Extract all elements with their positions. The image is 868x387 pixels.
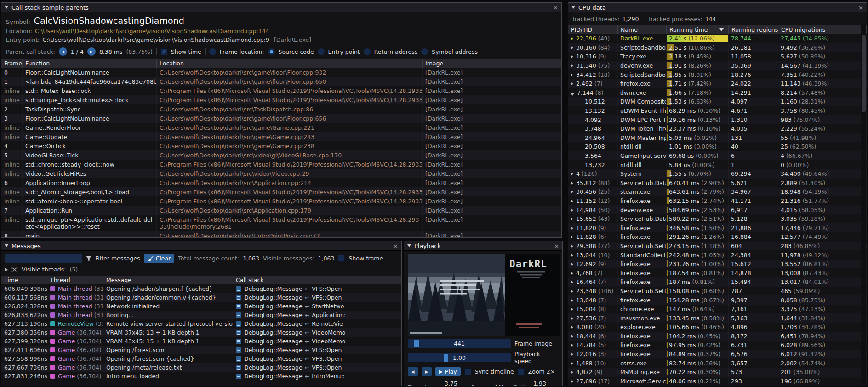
expand-arrow-icon[interactable] xyxy=(571,280,573,284)
callstack-cell[interactable]: DebugLog::Message←RemoteVie xyxy=(233,320,401,327)
filter-input[interactable] xyxy=(5,254,82,263)
cpu-row[interactable]: 22,396(49)DarkRL.exe2.41 s(12.06%)78,744… xyxy=(568,34,867,43)
cpu-row[interactable]: 14,984(50)devenv.exe584.69 ms(2.53%)6,91… xyxy=(568,205,867,214)
callstack-cell[interactable]: DebugLog::Message←VideoMemo xyxy=(233,329,401,336)
cpu-row[interactable]: 10,512DWM Compositor Thread1.53 s(6.63%)… xyxy=(568,97,867,106)
close-icon[interactable]: × xyxy=(393,243,398,249)
cpu-row[interactable]: 24,964DWM Master Input Thread5.03 ms(0.0… xyxy=(568,133,867,143)
col-thread[interactable]: Thread xyxy=(47,276,103,284)
expand-arrow-icon[interactable] xyxy=(571,289,573,293)
expand-arrow-icon[interactable] xyxy=(571,343,573,347)
cpu-row[interactable]: 1,488(10)csrss.exe83.74 ms(0.36%)3,6572,… xyxy=(568,358,867,368)
expand-arrow-icon[interactable] xyxy=(571,335,573,338)
scrollbar-handle[interactable] xyxy=(862,35,866,112)
callstack-row[interactable]: inlinestd::unique_ptr<Application,std::d… xyxy=(1,215,561,231)
col-cpu-migrations[interactable]: CPU migrations xyxy=(778,25,867,34)
cpu-row[interactable]: 20,508ntdll.dll1.01 ms(0.00%)4025(62.50%… xyxy=(568,142,867,151)
col-name[interactable]: Name xyxy=(618,25,667,34)
expand-arrow-icon[interactable] xyxy=(571,271,573,275)
cpu-row[interactable]: 18,444(6)firefox.exe104.2 ms(0.45%)8,172… xyxy=(568,332,867,341)
cpu-row[interactable]: 35,812(88)ServiceHub.DataWarehou670.41 m… xyxy=(568,179,867,188)
callstack-row[interactable]: 7Application::RunC:\Users\wolf\Desktop\d… xyxy=(1,206,561,215)
expand-arrow-icon[interactable] xyxy=(571,317,573,320)
callstack-row[interactable]: 0Floor::CalcLightNoLuminanceC:\Users\wol… xyxy=(1,68,561,77)
prev-callstack-button[interactable]: ◀ xyxy=(59,47,67,56)
cpu-row[interactable]: 34,412(18)ScriptedSandbox64.exe1.85 s(8.… xyxy=(568,70,867,79)
next-callstack-button[interactable]: ▶ xyxy=(87,47,96,56)
expand-arrow-icon[interactable] xyxy=(571,190,573,194)
location-path[interactable]: C:\Users\wolf\Desktop\darkrl\src\game\vi… xyxy=(35,28,269,35)
expand-arrow-icon[interactable] xyxy=(571,37,573,40)
cpu-row[interactable]: 12,692(9)firefox.exe231.76 ms(1.00%)15,6… xyxy=(568,260,867,269)
col-running-regions[interactable]: Running regions xyxy=(729,25,778,34)
cpu-row[interactable]: 14,784(5)firefox.exe97.95 ms(0.42%)6,731… xyxy=(568,341,867,350)
expand-arrow-icon[interactable] xyxy=(571,352,573,356)
expand-arrow-icon[interactable] xyxy=(571,362,573,365)
message-row[interactable]: 627,667,736nsGame(36,704)Opening /meta/r… xyxy=(1,363,401,372)
callstack-row[interactable]: 2TaskDispatch::SyncC:\Users\wolf\Desktop… xyxy=(1,104,561,114)
message-row[interactable]: 627,831,246nsGame(36,704)Intro menu load… xyxy=(1,372,401,381)
col-frame[interactable]: Frame xyxy=(1,59,23,68)
close-icon[interactable]: × xyxy=(858,5,863,11)
callstack-cell[interactable]: DebugLog::Message←VideoMemo xyxy=(233,338,401,345)
cpu-row[interactable]: 13,132uDWM Event Thread68.29 ms(0.30%)4,… xyxy=(568,106,867,116)
cpu-row[interactable]: 27,536(7)msvsmon.exe133.45 ms(0.58%)5,16… xyxy=(568,313,867,323)
callstack-cell[interactable]: DebugLog::Message←Application: xyxy=(233,312,401,318)
col-pid-tid[interactable]: PID/TID xyxy=(568,25,618,34)
expand-arrow-icon[interactable] xyxy=(571,73,573,77)
radio-symbol-address[interactable] xyxy=(421,48,428,55)
callstack-cell[interactable]: DebugLog::Message←StartNetwo xyxy=(233,303,401,310)
collapse-arrow-icon[interactable] xyxy=(571,93,574,96)
expand-arrow-icon[interactable] xyxy=(571,82,573,86)
message-row[interactable]: 626,833,622nsMain thread(31,596)Booting.… xyxy=(1,311,401,319)
cpu-row[interactable]: 16,464(7)firefox.exe187 ms(0.81%)15,4941… xyxy=(568,277,867,287)
cpu-row[interactable]: 4,092DWM LPC Port Thread29.16 ms(0.13%)1… xyxy=(568,115,867,124)
message-row[interactable]: 626,024,328nsMain thread(31,596)Network … xyxy=(1,302,401,311)
expand-arrow-icon[interactable] xyxy=(571,46,573,50)
message-row[interactable]: 627,313,190nsRemoteView(31,392)Remote vi… xyxy=(1,319,401,328)
show-time-checkbox[interactable]: ✓ xyxy=(160,48,167,55)
message-row[interactable]: 627,380,356nsGame(36,704)VRAM 37x45: 13 … xyxy=(1,328,401,337)
cpu-row[interactable]: 12,016(3)firefox.exe84.89 ms(0.37%)6,576… xyxy=(568,350,867,359)
cpu-row[interactable]: 3,564GameInput server69.68 us(0.00%)64(6… xyxy=(568,151,867,161)
expand-arrow-icon[interactable] xyxy=(571,199,573,203)
cpu-row[interactable]: 2,492(7)firefox.exe1.71 s(7.42%)24,02211… xyxy=(568,79,867,88)
cpu-row[interactable]: 4,872(9)MsMpEng.exe70.22 ms(0.30%)573201… xyxy=(568,368,867,377)
cpu-row[interactable]: 29,388(77)ServiceHub.SettingsHost273.15 … xyxy=(568,242,867,251)
expand-arrow-icon[interactable] xyxy=(571,262,573,266)
callstack-row[interactable]: 3Floor::CalcLightNoLuminanceC:\Users\wol… xyxy=(1,114,561,123)
cpu-row[interactable]: 13,732ntdll.dll5.84 us(0.00%)10(0.00%) xyxy=(568,160,867,169)
cpu-row[interactable]: 7,144(8)dwm.exe1.66 s(7.18%)14,2918,214(… xyxy=(568,88,867,98)
col-location[interactable]: Location xyxy=(157,59,423,68)
col-message[interactable]: Message xyxy=(103,276,233,284)
callstack-cell[interactable]: DebugLog::Message←VFS::Open xyxy=(233,364,401,371)
callstack-row[interactable]: inlinestd::unique_lock<std::mutex>::lock… xyxy=(1,95,561,104)
callstack-cell[interactable]: DebugLog::Message←VFS::Open xyxy=(233,294,401,301)
callstack-row[interactable]: 4Game::OnTickC:\Users\wolf\Desktop\darkr… xyxy=(1,141,561,150)
callstack-row[interactable]: inlinestd::_Mutex_base::lockC:\Program F… xyxy=(1,86,561,95)
prev-frame-button[interactable]: ◀ xyxy=(408,367,418,376)
callstack-row[interactable]: inlinestd::chrono::steady_clock::nowC:\P… xyxy=(1,160,561,169)
expand-arrow-icon[interactable] xyxy=(571,370,573,374)
entry-point-path[interactable]: C:\Users\wolf\Desktop\darkrl\src\game\vi… xyxy=(42,36,269,43)
cpu-row[interactable]: 13,048(7)firefox.exe154.28 ms(0.67%)9,39… xyxy=(568,295,867,305)
callstack-cell[interactable]: DebugLog::Message←VFS::Open xyxy=(233,285,401,292)
cpu-row[interactable]: 31,340(75)devenv.exe1.91 s(8.26%)35,3691… xyxy=(568,61,867,70)
expand-arrow-icon[interactable] xyxy=(571,64,573,68)
col-running-time[interactable]: Running time xyxy=(667,25,729,34)
expand-arrow-icon[interactable] xyxy=(571,181,573,185)
clear-button[interactable]: Clear xyxy=(144,254,175,263)
expand-arrow-icon[interactable] xyxy=(571,325,573,329)
play-button[interactable]: ▶ Play xyxy=(435,367,461,376)
expand-arrow-icon[interactable] xyxy=(571,172,573,176)
message-row[interactable]: 606,117,568nsMain thread(31,596)Opening … xyxy=(1,293,401,302)
cpu-row[interactable]: 30,456(25)steam.exe643.61 ms(2.79%)34,96… xyxy=(568,187,867,196)
cpu-row[interactable]: 8,080(20)explorer.exe105.66 ms(0.46%)4,8… xyxy=(568,323,867,332)
col-time[interactable]: Time xyxy=(1,276,47,284)
next-frame-button[interactable]: ▶ xyxy=(422,367,432,376)
expand-arrow-icon[interactable] xyxy=(571,55,573,58)
callstack-row[interactable]: 1<lambda_84a19dc444fae966ca174e83e708bdc… xyxy=(1,77,561,86)
collapse-icon[interactable] xyxy=(5,244,8,247)
col-function[interactable]: Function xyxy=(23,59,157,68)
cpu-row[interactable]: 30,160(84)ScriptedSandbox64.exe2.51 s(10… xyxy=(568,43,867,52)
